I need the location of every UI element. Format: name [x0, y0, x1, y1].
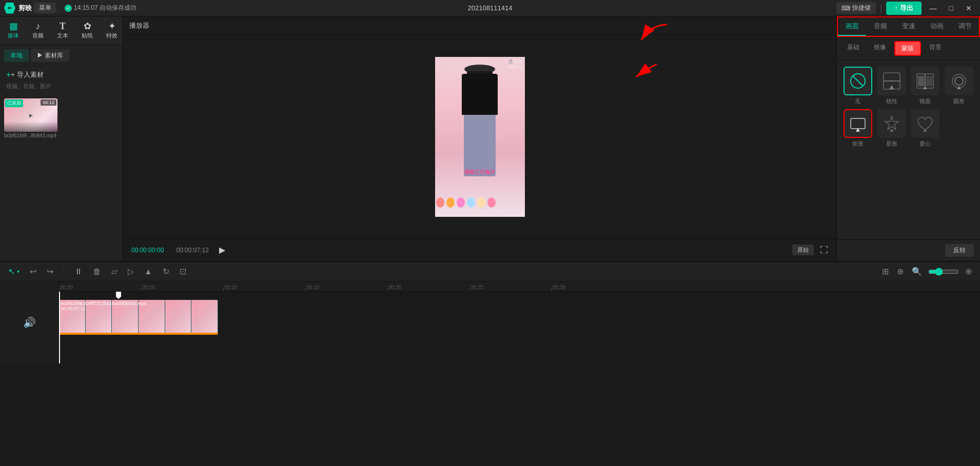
ruler-tick-6 [552, 288, 552, 291]
tool-sticker[interactable]: ✿ 贴纸 [76, 19, 99, 42]
toolbar: ▦ 媒体 ♪ 音频 T 文本 ✿ 贴纸 ✦ 特效 ⇄ 转场 [0, 16, 123, 45]
subtab-bg[interactable]: 背景 [923, 41, 948, 56]
mask-circle-box [945, 67, 973, 95]
player-title: 播放器 [129, 21, 149, 30]
timeline-ruler: 00:00 00:05 00:10 00:15 00:20 00:25 00:3… [59, 281, 980, 292]
tab-local[interactable]: 本地 [4, 49, 29, 62]
ruler-mark-1: 00:05 [142, 285, 155, 290]
player-area: 🎵 抖音 @用户名 [123, 35, 836, 238]
mask-rect[interactable]: 矩形 [843, 109, 873, 148]
tool-audio-label: 音频 [32, 32, 44, 39]
tool-media[interactable]: ▦ 媒体 [2, 19, 25, 42]
zoom-out-tool[interactable]: 🔍 [910, 265, 924, 278]
mask-circle[interactable]: 圆形 [944, 67, 974, 105]
tool-text[interactable]: T 文本 [51, 19, 74, 42]
original-button[interactable]: 原始 [792, 245, 814, 255]
media-item[interactable]: ▶ 已添加 00:12 bcbf61fd9...8b843.mp4 [4, 98, 57, 138]
mask-star[interactable]: 星形 [877, 109, 907, 148]
timeline-body: 🔊 00:00 00:05 00:10 00:15 00:20 00:25 00… [0, 281, 980, 363]
timeline-toolbar: ↖ ▾ ↩ ↪ ⏸ 🗑 ▱ ▷ ▲ ↻ ⊡ [0, 262, 980, 281]
tab-picture[interactable]: 画面 [838, 17, 866, 36]
right-panel: 画面 音频 变速 动画 调节 基础 抠像 蒙版 背景 [836, 16, 980, 261]
mask-line[interactable]: 线性 [877, 67, 907, 105]
zoom-slider[interactable] [928, 268, 959, 276]
timeline-tracks: bcbf61fd9c308ff7212ba18a4fd8b843.mp4 00:… [59, 292, 980, 363]
save-dot: ✓ [65, 5, 72, 12]
menu-button[interactable]: 菜单 [34, 3, 56, 13]
select-tool[interactable]: ↖ ▾ [6, 265, 22, 278]
mask-heart[interactable]: 爱心 [911, 109, 940, 148]
delete-icon: 🗑 [93, 267, 101, 276]
rotate-icon: ↻ [163, 267, 169, 276]
tool-effect[interactable]: ✦ 特效 [101, 19, 123, 42]
tool-audio[interactable]: ♪ 音频 [27, 19, 49, 42]
document-title: 202108111414 [468, 4, 513, 12]
tab-audio[interactable]: 音频 [866, 17, 894, 36]
crop2-tool[interactable]: ⊡ [178, 265, 188, 278]
effect-icon: ✦ [108, 22, 116, 31]
delete-tool[interactable]: 🗑 [91, 265, 103, 278]
split-icon: ⏸ [74, 267, 83, 276]
svg-marker-9 [923, 86, 927, 89]
shortcut-button[interactable]: ⌨ 快捷键 [836, 2, 876, 14]
subtab-mask[interactable]: 蒙版 [894, 41, 921, 56]
crop-tool[interactable]: ▱ [109, 265, 120, 278]
tool-text-label: 文本 [57, 32, 68, 39]
mask-line-box [877, 67, 906, 95]
mask-rect-label: 矩形 [852, 140, 864, 148]
maximize-button[interactable]: □ [945, 3, 957, 13]
mask-star-box [877, 109, 906, 138]
keyframe-tool[interactable]: ▲ [142, 265, 154, 278]
tab-library[interactable]: ▶ 素材库 [31, 49, 69, 62]
mask-none[interactable]: 无 [843, 67, 873, 105]
video-track[interactable]: bcbf61fd9c308ff7212ba18a4fd8b843.mp4 00:… [59, 300, 218, 335]
divider1 [64, 267, 64, 277]
play-icon: ▷ [128, 267, 134, 276]
video-frame: 🎵 抖音 @用户名 [435, 57, 525, 217]
tab-adjust[interactable]: 调节 [951, 17, 979, 36]
timeline-track-toggle[interactable]: ⊞ [880, 265, 891, 278]
rotate-tool[interactable]: ↻ [161, 265, 171, 278]
right-subtabs: 基础 抠像 蒙版 背景 [837, 37, 980, 60]
timeline-right: 00:00 00:05 00:10 00:15 00:20 00:25 00:3… [59, 281, 980, 363]
shortcut-label: 快捷键 [852, 4, 871, 12]
play-timeline-tool[interactable]: ▷ [126, 265, 136, 278]
logo-icon: ✂ [4, 3, 15, 14]
minimize-button[interactable]: — [926, 3, 941, 13]
ruler-mark-5: 00:25 [471, 285, 483, 290]
ruler-mark-3: 00:15 [306, 285, 319, 290]
added-badge: 已添加 [5, 99, 23, 107]
tab-animate[interactable]: 动画 [923, 17, 951, 36]
duration-badge: 00:12 [41, 99, 56, 106]
titlebar: ✂ 剪映 菜单 ✓ 14:15:07 自动保存成功 202108111414 ⌨… [0, 0, 980, 16]
play-button[interactable]: ▶ [215, 243, 229, 257]
ruler-mark-4: 00:20 [388, 285, 401, 290]
media-filename: bcbf61fd9...8b843.mp4 [4, 133, 57, 138]
import-button[interactable]: + + 导入素材 [4, 68, 119, 82]
playhead-top [116, 292, 121, 299]
split-tool[interactable]: ⏸ [72, 265, 85, 278]
right-panel-container: 画面 音频 变速 动画 调节 基础 抠像 蒙版 背景 [837, 16, 980, 60]
ruler-tick-2 [223, 288, 224, 291]
undo-tool[interactable]: ↩ [28, 265, 38, 278]
zoom-in-tool[interactable]: ⊕ [963, 265, 974, 278]
media-grid: ▶ 已添加 00:12 bcbf61fd9...8b843.mp4 [0, 94, 123, 143]
tab-speed[interactable]: 变速 [894, 17, 923, 36]
svg-line-1 [853, 76, 863, 86]
arrow-icon: ▶ [37, 52, 43, 59]
playhead [59, 292, 60, 363]
mask-mirror[interactable]: 镜面 [911, 67, 940, 105]
timeline-center[interactable]: ⊕ [895, 265, 906, 278]
redo-tool[interactable]: ↪ [45, 265, 55, 278]
close-button[interactable]: ✕ [962, 3, 976, 13]
fullscreen-button[interactable]: ⛶ [820, 246, 828, 255]
export-button[interactable]: ↑ 导出 [886, 2, 921, 15]
center-panel: 播放器 🎵 抖音 @用户名 [123, 16, 836, 261]
reverse-button[interactable]: 反转 [945, 244, 974, 257]
subtab-basic[interactable]: 基础 [841, 41, 866, 56]
mask-rect-box [844, 109, 872, 138]
svg-marker-16 [890, 129, 894, 132]
track-duration: 00:00:07:12 [61, 306, 146, 311]
subtab-image[interactable]: 抠像 [868, 41, 892, 56]
mask-none-box [844, 67, 872, 95]
